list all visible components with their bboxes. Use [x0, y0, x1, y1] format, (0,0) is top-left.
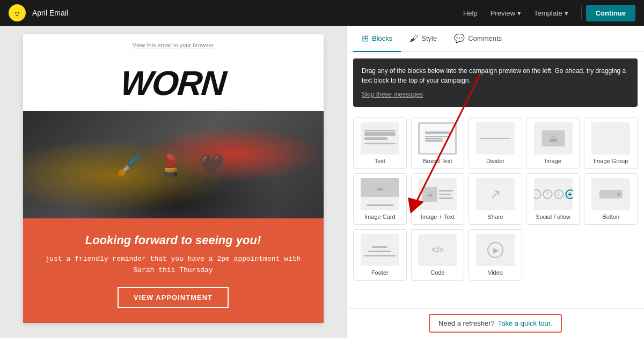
cta-body: just a friendly reminder that you have a…	[45, 254, 302, 276]
footer-block-icon	[361, 234, 399, 266]
footer-block-label: Footer	[371, 269, 389, 276]
continue-button[interactable]: Continue	[586, 5, 635, 21]
social-follow-block-label: Social Follow	[536, 214, 570, 220]
cta-button[interactable]: VIEW APPOINTMENT	[118, 287, 229, 308]
button-block-label: Button	[602, 214, 619, 220]
text-block-icon	[361, 122, 399, 155]
block-boxed-text[interactable]: Boxed Text	[411, 117, 465, 169]
block-code[interactable]: </> Code	[411, 229, 465, 281]
email-hero-image	[23, 111, 324, 218]
refresher-box: Need a refresher? Take a quick tour.	[429, 314, 562, 333]
info-box: Drag any of the blocks below into the ca…	[353, 58, 638, 107]
hero-overlay	[23, 111, 324, 218]
code-block-label: Code	[430, 269, 444, 276]
block-footer[interactable]: Footer	[353, 229, 407, 281]
block-video[interactable]: ▶ Video	[469, 229, 522, 281]
tab-blocks[interactable]: ⊞ Blocks	[353, 26, 401, 52]
email-header-bar: View this email in your browser	[23, 34, 324, 55]
video-block-label: Video	[488, 269, 503, 276]
help-link[interactable]: Help	[463, 9, 478, 17]
code-block-icon: </>	[418, 234, 457, 266]
block-button[interactable]: ► Button	[584, 173, 638, 225]
template-link[interactable]: Template▾	[534, 9, 568, 17]
top-nav: April Email Help Preview▾ Template▾ Cont…	[0, 0, 644, 26]
skip-link[interactable]: Skip these messages	[362, 91, 423, 98]
image-block-label: Image	[545, 158, 561, 164]
tabs-bar: ⊞ Blocks 🖌 Style 💬 Comments	[347, 26, 644, 52]
boxed-text-block-icon	[418, 122, 457, 155]
cta-heading: Looking forward to seeing you!	[45, 233, 302, 247]
divider-block-icon	[476, 122, 515, 155]
svg-point-2	[18, 12, 19, 14]
email-logo-area: WORN	[23, 55, 324, 111]
social-follow-block-icon: i f t +	[534, 178, 573, 210]
brand-name: WORN	[119, 66, 226, 100]
block-image-card[interactable]: ⛰ Image Card	[353, 173, 407, 225]
image-text-block-label: Image + Text	[421, 214, 455, 220]
divider-block-label: Divider	[486, 158, 504, 164]
right-panel: ⊞ Blocks 🖌 Style 💬 Comments Drag any of …	[346, 26, 644, 338]
block-image-group[interactable]: Image Group	[584, 117, 638, 169]
image-card-block-label: Image Card	[364, 214, 395, 220]
block-share[interactable]: ↗ Share	[469, 173, 522, 225]
nav-links: Help Preview▾ Template▾	[463, 9, 568, 17]
video-block-icon: ▶	[476, 234, 515, 266]
email-container: View this email in your browser WORN Loo…	[23, 34, 324, 323]
mailchimp-logo	[9, 4, 26, 21]
image-group-block-icon	[591, 122, 630, 155]
share-block-label: Share	[487, 214, 503, 220]
bottom-bar: Need a refresher? Take a quick tour.	[347, 308, 644, 338]
main-layout: View this email in your browser WORN Loo…	[0, 26, 644, 338]
email-cta-section: Looking forward to seeing you! just a fr…	[23, 218, 324, 323]
image-group-block-label: Image Group	[594, 158, 628, 164]
share-block-icon: ↗	[476, 178, 515, 210]
grid-icon: ⊞	[362, 33, 369, 43]
button-block-icon: ►	[591, 178, 630, 210]
email-preview-panel: View this email in your browser WORN Loo…	[0, 26, 346, 338]
info-message: Drag any of the blocks below into the ca…	[362, 66, 629, 85]
image-card-block-icon: ⛰	[361, 178, 399, 210]
comment-icon: 💬	[454, 33, 465, 43]
campaign-title: April Email	[32, 9, 463, 17]
svg-point-1	[15, 12, 17, 14]
tab-style[interactable]: 🖌 Style	[401, 26, 445, 52]
block-image[interactable]: ⛰ Image	[526, 117, 580, 169]
block-divider[interactable]: Divider	[469, 117, 522, 169]
image-block-icon: ⛰	[534, 122, 573, 155]
refresher-text: Need a refresher?	[438, 319, 495, 327]
brush-icon: 🖌	[409, 34, 418, 43]
view-browser-link[interactable]: View this email in your browser	[133, 42, 214, 48]
boxed-text-block-label: Boxed Text	[423, 158, 452, 164]
image-text-block-icon: ⛰	[418, 178, 457, 210]
text-block-label: Text	[375, 158, 385, 164]
tab-comments[interactable]: 💬 Comments	[445, 26, 510, 52]
nav-divider	[581, 6, 582, 19]
block-image-text[interactable]: ⛰ Image + Text	[411, 173, 465, 225]
tour-link[interactable]: Take a quick tour.	[498, 319, 552, 327]
preview-link[interactable]: Preview▾	[491, 9, 521, 17]
blocks-grid: Text Boxed Text Divider	[347, 113, 644, 308]
block-social-follow[interactable]: i f t + Social Follow	[526, 173, 580, 225]
svg-point-0	[13, 11, 20, 17]
block-text[interactable]: Text	[353, 117, 407, 169]
right-panel-wrapper: ⊞ Blocks 🖌 Style 💬 Comments Drag any of …	[346, 26, 644, 338]
